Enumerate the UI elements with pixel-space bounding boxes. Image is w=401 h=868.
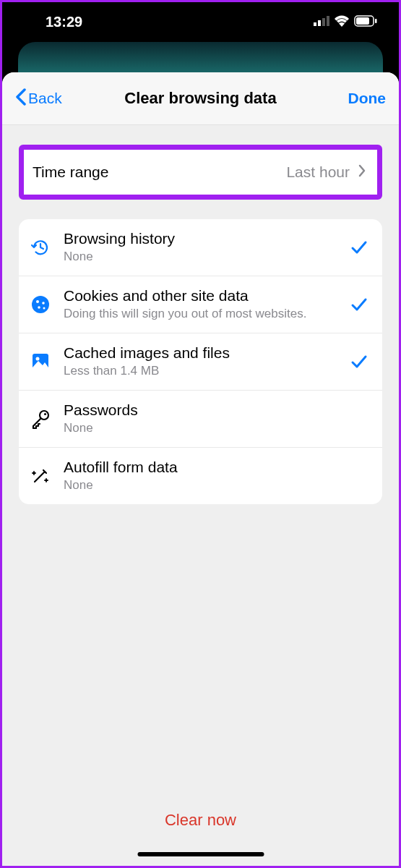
row-title: Cookies and other site data: [64, 287, 337, 305]
svg-rect-2: [322, 18, 325, 26]
chevron-right-icon: [358, 163, 366, 181]
back-button[interactable]: Back: [15, 88, 62, 109]
history-icon: [29, 236, 52, 259]
chevron-left-icon: [15, 88, 27, 109]
time-range-value: Last hour: [286, 163, 350, 181]
svg-rect-1: [318, 20, 321, 26]
footer-action: Clear now: [2, 811, 399, 830]
row-autofill[interactable]: Autofill form data None: [19, 448, 382, 504]
row-title: Autofill form data: [64, 459, 337, 476]
status-time: 13:29: [46, 14, 82, 30]
wand-icon: [29, 464, 52, 488]
svg-rect-6: [375, 19, 377, 23]
clear-now-button[interactable]: Clear now: [165, 811, 236, 829]
done-button[interactable]: Done: [348, 90, 387, 107]
row-subtitle: Less than 1.4 MB: [64, 363, 337, 379]
row-cookies[interactable]: Cookies and other site data Doing this w…: [19, 276, 382, 333]
check-placeholder: [349, 409, 369, 429]
status-bar: 13:29: [2, 2, 399, 42]
wifi-icon: [334, 15, 350, 30]
svg-point-9: [42, 302, 45, 305]
cookie-icon: [29, 293, 52, 316]
check-placeholder: [349, 466, 369, 486]
home-indicator[interactable]: [137, 852, 264, 856]
status-right: [314, 15, 377, 30]
back-label: Back: [28, 90, 62, 107]
row-title: Passwords: [64, 401, 337, 419]
nav-bar: Back Clear browsing data Done: [2, 72, 399, 125]
svg-rect-0: [314, 22, 316, 26]
data-types-section: Browsing history None Cookies and other …: [19, 219, 382, 504]
time-range-label: Time range: [33, 163, 108, 181]
settings-sheet: Back Clear browsing data Done Time range…: [2, 72, 399, 866]
row-passwords[interactable]: Passwords None: [19, 391, 382, 448]
row-subtitle: None: [64, 249, 337, 265]
time-range-row[interactable]: Time range Last hour: [24, 150, 377, 195]
svg-rect-5: [356, 17, 369, 25]
checkmark-icon: [349, 237, 369, 258]
svg-point-8: [36, 300, 39, 303]
battery-icon: [354, 15, 377, 30]
content-area: Time range Last hour Browsing history: [2, 125, 399, 504]
svg-point-13: [36, 357, 40, 361]
key-icon: [29, 407, 52, 430]
row-cache[interactable]: Cached images and files Less than 1.4 MB: [19, 333, 382, 391]
highlighted-selection: Time range Last hour: [19, 145, 382, 200]
row-subtitle: None: [64, 477, 337, 493]
row-browsing-history[interactable]: Browsing history None: [19, 219, 382, 276]
svg-point-11: [43, 307, 46, 310]
row-title: Cached images and files: [64, 344, 337, 362]
background-surface: [18, 42, 383, 75]
row-title: Browsing history: [64, 230, 337, 247]
signal-icon: [314, 16, 329, 29]
svg-point-10: [38, 306, 40, 309]
checkmark-icon: [349, 352, 369, 372]
svg-point-7: [32, 296, 49, 313]
row-subtitle: Doing this will sign you out of most web…: [64, 306, 337, 322]
svg-point-15: [44, 413, 46, 415]
svg-rect-3: [327, 16, 329, 26]
row-subtitle: None: [64, 420, 337, 436]
checkmark-icon: [349, 294, 369, 315]
image-icon: [29, 350, 52, 373]
